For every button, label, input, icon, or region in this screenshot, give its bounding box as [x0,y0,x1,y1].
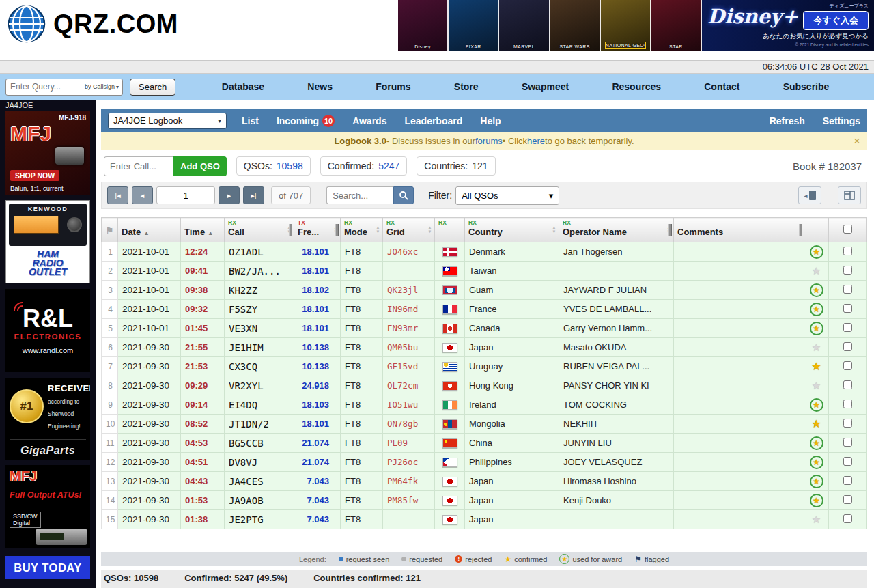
column-header-call[interactable]: RXCall▴▾ [225,218,294,242]
settings-button[interactable]: Settings [823,115,860,126]
cell-callsign[interactable]: KH2ZZ [225,281,294,300]
qso-row[interactable]: 12021-10-0112:24OZ1ADL18.101FT8JO46xcDen… [102,242,867,262]
row-checkbox[interactable] [843,476,852,485]
ad-poster-star[interactable]: STAR [651,0,702,51]
row-checkbox[interactable] [843,247,852,255]
qso-row[interactable]: 52021-10-0101:45VE3XN18.101FT8EN93mrCana… [102,319,867,338]
qrz-logo[interactable]: QRZ.COM [7,4,178,44]
star-award-icon[interactable]: ★ [810,456,823,469]
next-page-button[interactable]: ▸ [218,186,240,204]
qso-row[interactable]: 122021-09-3004:51DV8VJ21.074FT8PJ26ocPhi… [102,453,867,472]
row-checkbox[interactable] [843,266,852,275]
cell-callsign[interactable]: JE2PTG [225,510,294,529]
logbook-tab-leaderboard[interactable]: Leaderboard [404,115,462,126]
row-checkbox[interactable] [843,495,852,504]
star-empty-icon[interactable]: ★ [810,341,823,354]
cell-callsign[interactable]: BW2/JA... [225,262,294,281]
search-button[interactable]: Search [130,79,175,96]
column-header-date[interactable]: Date▴ [118,218,181,242]
column-resize-handle[interactable] [335,224,339,236]
row-checkbox[interactable] [843,304,852,313]
star-confirmed-icon[interactable]: ★ [810,417,823,431]
row-checkbox[interactable] [843,419,852,428]
logbook-tab-help[interactable]: Help [480,115,501,126]
ad-mfj-918[interactable]: MFJ MFJ-918 SHOP NOW Balun, 1:1, current [5,111,90,195]
ad-rl-electronics[interactable]: R&L ELECTRONICS www.randl.com [5,289,90,372]
nav-item-forums[interactable]: Forums [376,81,410,92]
cell-callsign[interactable]: BG5CCB [225,434,294,453]
qso-row[interactable]: 112021-09-3004:53BG5CCB21.074FT8PL09Chin… [102,434,867,453]
cell-callsign[interactable]: JA4CES [225,472,294,491]
nav-item-news[interactable]: News [307,81,333,92]
add-qso-button[interactable]: Add QSO [173,156,227,176]
query-input[interactable] [6,82,85,92]
last-page-button[interactable]: ▸| [243,186,264,204]
nav-item-subscribe[interactable]: Subscribe [783,81,830,92]
column-resize-handle[interactable] [668,224,672,236]
nav-item-database[interactable]: Database [222,81,264,92]
search-type-select[interactable]: by Callsign ▾ [85,83,122,90]
ad-gigaparts[interactable]: #1 RECEIVER according to Sherwood Engine… [5,378,90,460]
cell-callsign[interactable]: JT1DN/2 [225,415,294,434]
star-empty-icon[interactable]: ★ [810,264,823,278]
select-all-checkbox[interactable] [843,225,852,234]
star-award-icon[interactable]: ★ [810,494,823,507]
table-search-input[interactable] [326,186,393,204]
cell-callsign[interactable]: CX3CQ [225,357,294,376]
qso-row[interactable]: 142021-09-3001:53JA9AOB7.043FT8PM85fwJap… [102,491,867,510]
ad-poster-star-wars[interactable]: STAR WARS [550,0,601,51]
disney-ad-banner[interactable]: DisneyPIXARMARVELSTAR WARSNATIONAL GEOGR… [398,0,874,51]
qso-row[interactable]: 22021-10-0109:41BW2/JA...18.101FT8Taiwan… [102,262,867,281]
refresh-button[interactable]: Refresh [770,115,805,126]
nav-item-resources[interactable]: Resources [612,81,661,92]
row-checkbox[interactable] [843,285,852,294]
logbook-select[interactable]: JA4JOE Logbook ▾ [108,113,227,129]
row-checkbox[interactable] [843,380,852,389]
column-header-freq[interactable]: TXFre...▴▾ [294,218,341,242]
hide-panel-button[interactable]: ◂ [798,186,821,204]
qso-row[interactable]: 132021-09-3004:43JA4CES7.043FT8PM64fkJap… [102,472,867,491]
qso-row[interactable]: 62021-09-3021:55JE1HIM10.138FT8QM05buJap… [102,338,867,357]
star-award-icon[interactable]: ★ [810,436,823,450]
qso-row[interactable]: 102021-09-3008:52JT1DN/218.101FT8ON78gbM… [102,415,867,434]
ad-poster-pixar[interactable]: PIXAR [449,0,499,51]
logbook-tab-list[interactable]: List [242,115,259,126]
ad-poster-national-geographic[interactable]: NATIONAL GEOGRAPHIC [601,0,651,51]
prev-page-button[interactable]: ◂ [132,186,153,204]
first-page-button[interactable]: |◂ [107,186,128,204]
qso-row[interactable]: 32021-10-0109:38KH2ZZ18.102FT8QK23jlGuam… [102,281,867,300]
cell-callsign[interactable]: VE3XN [225,319,294,338]
star-award-icon[interactable]: ★ [810,245,823,259]
cell-callsign[interactable]: OZ1ADL [225,242,294,262]
row-checkbox[interactable] [843,457,852,466]
cell-callsign[interactable]: JE1HIM [225,338,294,357]
qso-row[interactable]: 42021-10-0109:32F5SZY18.101FT8IN96mdFran… [102,300,867,319]
ad-poster-marvel[interactable]: MARVEL [499,0,550,51]
qso-row[interactable]: 82021-09-3009:29VR2XYL24.918FT8OL72cmHon… [102,376,867,395]
star-award-icon[interactable]: ★ [810,398,823,412]
close-icon[interactable]: × [854,135,860,147]
column-header-country[interactable]: RXCountry▴▾ [465,218,559,242]
column-header-operator[interactable]: RXOperator Name▴▾ [559,218,674,242]
buy-today-button[interactable]: BUY TODAY [5,556,90,579]
table-search-button[interactable] [393,186,414,204]
qso-row[interactable]: 72021-09-3021:53CX3CQ10.138FT8GF15vdUrug… [102,357,867,376]
star-empty-icon[interactable]: ★ [810,513,823,527]
logbook-tab-incoming[interactable]: Incoming10 [277,115,335,127]
qso-row[interactable]: 92021-09-3009:14EI4DQ18.103FT8IO51wuIrel… [102,395,867,415]
row-checkbox[interactable] [843,514,852,523]
ad-mfj-atu[interactable]: MFJ Full Output ATUs! SSB/CW Digital [5,465,90,548]
cell-callsign[interactable]: JA9AOB [225,491,294,510]
layout-button[interactable] [838,186,861,204]
forums-link[interactable]: forums [475,136,503,146]
column-resize-handle[interactable] [799,224,802,236]
star-confirmed-icon[interactable]: ★ [810,360,823,374]
logbook-tab-awards[interactable]: Awards [352,115,386,126]
ad-signup-button[interactable]: 今すぐ入会 [803,11,869,30]
star-award-icon[interactable]: ★ [810,322,823,335]
column-header-time[interactable]: Time▴ [181,218,225,242]
here-link[interactable]: here [527,136,545,146]
column-header-mode[interactable]: RXMode▴▾ [341,218,383,242]
enter-call-input[interactable] [104,156,173,176]
nav-item-store[interactable]: Store [454,81,479,92]
